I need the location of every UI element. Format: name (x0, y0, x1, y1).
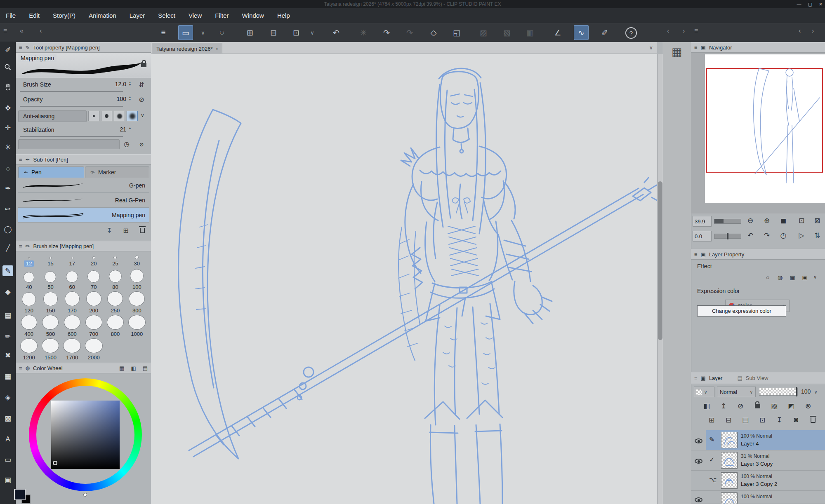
help-icon[interactable]: ? (625, 27, 637, 39)
canvas[interactable] (151, 54, 657, 504)
palette-color-dropdown[interactable]: ∨ (694, 387, 714, 397)
balloon-tool-icon[interactable]: ▭ (2, 454, 13, 465)
tab-layer[interactable]: Layer (709, 375, 723, 381)
menu-layer[interactable]: Layer (130, 12, 145, 19)
brush-size-option[interactable]: 30 (126, 252, 148, 268)
tab-subview[interactable]: Sub View (746, 375, 768, 381)
hue-cursor[interactable] (83, 493, 87, 497)
canvas-tab[interactable]: Tatyana redesign 2026* ● (152, 43, 222, 54)
dock-grip-icon[interactable]: ≡ (3, 27, 7, 35)
checked-icon[interactable]: ✓ (709, 456, 714, 464)
menu-file[interactable]: File (6, 12, 16, 19)
layer-opacity-caret-icon[interactable]: ∨ (814, 390, 817, 394)
lasso-tool-icon[interactable]: ◌ (214, 25, 229, 40)
undo-icon[interactable]: ↶ (329, 25, 344, 40)
selection-tool-icon[interactable]: ◌ (2, 164, 13, 174)
save-dropdown-icon[interactable]: ∨ (308, 25, 316, 40)
set-reference-icon[interactable]: ↥ (718, 401, 729, 411)
new-folder-icon[interactable]: ▤ (740, 415, 751, 425)
duplicate-subtool-icon[interactable]: ⊞ (120, 225, 131, 236)
palette-half-icon[interactable]: ◧ (131, 365, 136, 371)
tab-marker[interactable]: ✑ Marker (85, 166, 149, 178)
visibility-eye-icon[interactable] (695, 458, 702, 465)
menu-filter[interactable]: Filter (215, 12, 229, 19)
clip-below-icon[interactable]: ◩ (786, 401, 797, 411)
blend-mode-select[interactable]: Normal ∨ (717, 387, 756, 397)
menu-edit[interactable]: Edit (29, 12, 40, 19)
line-tool-icon[interactable]: ╱ (2, 243, 13, 253)
stabilization-caret[interactable]: ▴ (129, 127, 131, 129)
panel-grip-icon[interactable]: ≡ (19, 45, 22, 51)
rotate-ccw-icon[interactable]: ↶ (745, 230, 756, 241)
hide-settings-icon[interactable]: ⌀ (136, 138, 147, 149)
brush-size-option[interactable]: 20 (83, 252, 104, 268)
rotation-value[interactable]: 0.0 (693, 231, 712, 241)
brush-size-value[interactable]: 12.0 (101, 81, 126, 87)
new-vector-layer-icon[interactable]: ⊟ (723, 415, 734, 425)
zoom-out-icon[interactable]: ⊖ (745, 215, 756, 226)
hand-tool-icon[interactable] (2, 82, 13, 92)
layer-row[interactable]: ⌥ 100 % Normal Layer 3 Copy 2 (691, 471, 825, 491)
zoom-slider[interactable] (714, 219, 741, 224)
object-select-tool-icon[interactable]: ▭ (178, 25, 193, 40)
zoom-100-icon[interactable]: ⊡ (796, 215, 807, 226)
sv-cursor[interactable] (53, 461, 57, 465)
far-collapse-left-icon[interactable]: ‹ (799, 27, 801, 35)
brush-size-option[interactable]: 80 (104, 268, 126, 291)
layer-thumbnail[interactable] (721, 452, 738, 469)
panel-grip-icon[interactable]: ≡ (19, 243, 22, 249)
brush-size-option[interactable]: 800 (104, 315, 126, 338)
reset-dial-icon[interactable]: ◷ (121, 138, 132, 149)
effect-layercolor-icon[interactable]: ▣ (799, 272, 810, 283)
panel-grip-icon[interactable]: ≡ (694, 375, 698, 381)
zoom-tool-icon[interactable] (2, 62, 13, 73)
brush-size-option[interactable]: 12 (18, 252, 40, 268)
brush-size-option[interactable]: 1200 (18, 338, 40, 362)
effect-tone-icon[interactable]: ◍ (775, 272, 785, 283)
far-collapse-right-icon[interactable]: › (812, 27, 814, 35)
zoom-value[interactable]: 39.9 (693, 216, 712, 227)
subtool-item-gpen[interactable]: G-pen (18, 178, 149, 193)
aa-strong-button[interactable] (127, 111, 138, 121)
eraser-tool-icon[interactable]: ◆ (2, 286, 13, 297)
brush-size-option[interactable]: 500 (40, 315, 61, 338)
transform-tool-icon[interactable]: ✛ (2, 122, 13, 133)
pen-snap-icon[interactable]: ✐ (597, 25, 612, 40)
brush-size-spinner[interactable]: ▴▾ (129, 81, 131, 86)
draft-layer-icon[interactable]: ⊘ (735, 401, 746, 411)
redo-icon[interactable]: ↷ (379, 25, 394, 40)
brush-size-option[interactable]: 1700 (61, 338, 83, 362)
correct-line-tool-icon[interactable]: ✖ (2, 350, 13, 361)
crop-icon[interactable]: ◱ (449, 25, 464, 40)
clip-icon[interactable]: ⌥ (709, 476, 717, 484)
deselect-icon[interactable]: ◇ (426, 25, 441, 40)
layer-thumbnail[interactable] (721, 472, 738, 489)
lock-icon[interactable] (141, 63, 146, 67)
panel-grip-icon[interactable]: ≡ (694, 45, 698, 51)
aa-weak-button[interactable] (101, 111, 112, 121)
tool-dropdown-icon[interactable]: ∨ (199, 25, 207, 40)
sv-square[interactable] (51, 401, 120, 469)
canvas-scrollbar[interactable] (657, 54, 663, 504)
marker-tool-icon[interactable]: ✒ (2, 183, 13, 194)
brush-size-option[interactable]: 2000 (83, 338, 104, 362)
brush-size-option[interactable]: 70 (83, 268, 104, 291)
brush-tool-icon[interactable]: ✑ (2, 204, 13, 214)
brush-size-option[interactable]: 400 (18, 315, 40, 338)
stabilization-value[interactable]: 21 (101, 126, 126, 133)
duplicate-layer-icon[interactable]: ⊡ (757, 415, 768, 425)
panel-grip-icon[interactable]: ≡ (19, 157, 22, 163)
menu-help[interactable]: Help (277, 12, 290, 19)
curve-snap-icon[interactable]: ∿ (574, 25, 589, 40)
delete-subtool-icon[interactable] (137, 224, 148, 235)
text-tool-icon[interactable]: A (2, 434, 13, 445)
main-menu-icon[interactable]: ≡ (156, 25, 171, 40)
frame-tool-icon[interactable]: ▣ (2, 474, 13, 485)
panel-grip-icon[interactable]: ≡ (694, 251, 698, 258)
effect-border-icon[interactable]: ○ (762, 272, 773, 283)
dock-collapse-left-icon[interactable]: ‹ (667, 27, 669, 35)
brush-size-option[interactable]: 1500 (40, 338, 61, 362)
brush-size-option[interactable]: 170 (61, 291, 83, 315)
subtool-item-real-gpen[interactable]: Real G-Pen (18, 193, 149, 208)
opacity-value[interactable]: 100 (101, 96, 126, 102)
